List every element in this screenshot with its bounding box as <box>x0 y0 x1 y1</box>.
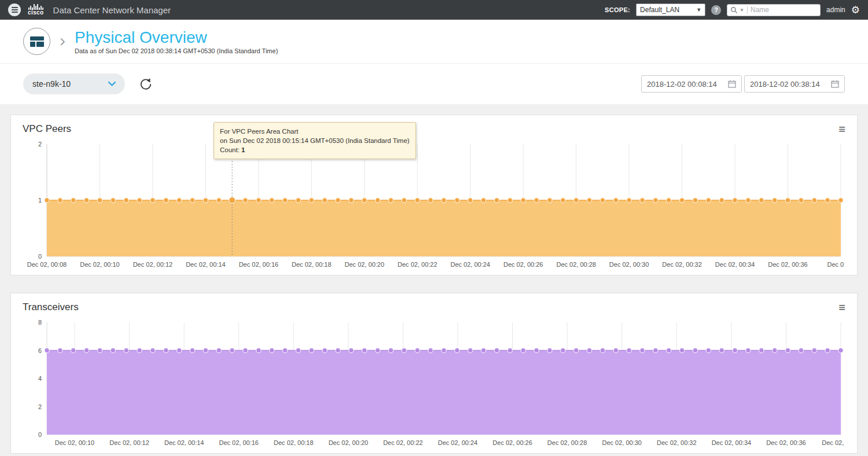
svg-text:8: 8 <box>38 319 42 326</box>
svg-text:Dec 02, 00:18: Dec 02, 00:18 <box>292 261 332 268</box>
svg-text:Dec 02, 00:14: Dec 02, 00:14 <box>186 261 226 268</box>
y-axis-labels: 012 <box>38 141 42 260</box>
main-content: VPC Peers ≡ 012Dec 02, 00:08Dec 02, 00:1… <box>0 104 868 456</box>
svg-text:Dec 02, 00:22: Dec 02, 00:22 <box>383 439 423 446</box>
app-title: Data Center Network Manager <box>53 5 171 15</box>
svg-text:2: 2 <box>38 141 42 148</box>
tooltip-line1: For VPC Peers Area Chart <box>220 127 410 136</box>
svg-text:Dec 02, 00:12: Dec 02, 00:12 <box>133 261 173 268</box>
scope-label: SCOPE: <box>605 6 630 13</box>
chevron-down-icon <box>108 82 116 86</box>
svg-text:Dec 02, 00:34: Dec 02, 00:34 <box>712 439 752 446</box>
svg-text:Dec 02, 00:10: Dec 02, 00:10 <box>80 261 120 268</box>
cisco-logo-text: cisco <box>28 10 44 16</box>
data-as-of-text: Data as of Sun Dec 02 2018 00:38:14 GMT+… <box>75 47 278 54</box>
gear-icon[interactable]: ⚙ <box>851 5 860 15</box>
svg-text:0: 0 <box>38 431 42 438</box>
tooltip-line2: on Sun Dec 02 2018 00:15:14 GMT+0530 (In… <box>220 136 410 145</box>
svg-text:Dec 02, 00:32: Dec 02, 00:32 <box>662 261 702 268</box>
svg-text:Dec 02, 00:08: Dec 02, 00:08 <box>27 261 67 268</box>
calendar-icon <box>831 80 839 88</box>
svg-text:Dec 02, 00:36: Dec 02, 00:36 <box>768 261 808 268</box>
vpc-peers-title: VPC Peers <box>23 123 71 135</box>
start-datetime-value: 2018-12-02 00:08:14 <box>647 80 717 89</box>
vpc-peers-card: VPC Peers ≡ 012Dec 02, 00:08Dec 02, 00:1… <box>10 115 858 275</box>
scope-value: Default_LAN <box>640 6 679 14</box>
svg-text:1: 1 <box>38 197 42 204</box>
device-selector-dropdown[interactable]: ste-n9k-10 <box>23 73 125 94</box>
tooltip-count-line: Count: 1 <box>220 145 410 155</box>
svg-text:Dec 02, 00:28: Dec 02, 00:28 <box>547 439 587 446</box>
x-axis-labels: Dec 02, 00:08Dec 02, 00:10Dec 02, 00:12D… <box>27 261 844 268</box>
svg-text:Dec 02, 00:26: Dec 02, 00:26 <box>492 439 532 446</box>
svg-text:Dec 02, 00:20: Dec 02, 00:20 <box>345 261 385 268</box>
chart-tooltip: For VPC Peers Area Chart on Sun Dec 02 2… <box>214 122 416 159</box>
svg-text:Dec 02, 00:24: Dec 02, 00:24 <box>438 439 478 446</box>
svg-text:Dec 02, 00:24: Dec 02, 00:24 <box>450 261 490 268</box>
svg-text:Dec 02, 00:30: Dec 02, 00:30 <box>602 439 642 446</box>
svg-text:Dec 02,...: Dec 02,... <box>827 261 844 268</box>
svg-text:Dec 02, 00:22: Dec 02, 00:22 <box>398 261 437 268</box>
page-title: Physical Overview <box>75 29 278 46</box>
svg-text:Dec 02, 00:36: Dec 02, 00:36 <box>766 439 806 446</box>
svg-text:Dec 02, 00:32: Dec 02, 00:32 <box>657 439 697 446</box>
search-filter-caret-icon[interactable]: ▼ <box>740 8 744 13</box>
svg-text:6: 6 <box>38 347 42 354</box>
cisco-logo: cisco <box>28 4 44 16</box>
svg-text:2: 2 <box>38 403 42 410</box>
dashboard-tiles-icon <box>30 36 44 47</box>
search-divider <box>747 6 748 14</box>
help-icon[interactable]: ? <box>711 5 721 15</box>
calendar-icon <box>728 80 736 88</box>
vpc-peers-chart[interactable]: 012Dec 02, 00:08Dec 02, 00:10Dec 02, 00:… <box>23 139 844 271</box>
area-series <box>47 200 841 256</box>
svg-text:Dec 02, 00:20: Dec 02, 00:20 <box>329 439 369 446</box>
svg-text:Dec 02, 00:34: Dec 02, 00:34 <box>715 261 755 268</box>
transceivers-chart[interactable]: 02468Dec 02, 00:10Dec 02, 00:12Dec 02, 0… <box>23 318 844 450</box>
svg-text:Dec 02, 00:10: Dec 02, 00:10 <box>55 439 95 446</box>
svg-text:Dec 02, 00:14: Dec 02, 00:14 <box>164 439 204 446</box>
svg-text:4: 4 <box>38 375 42 382</box>
transceivers-card: Transceivers ≡ 02468Dec 02, 00:10Dec 02,… <box>10 293 858 454</box>
svg-text:Dec 02, 00:16: Dec 02, 00:16 <box>219 439 259 446</box>
svg-text:Dec 02, 00:30: Dec 02, 00:30 <box>609 261 649 268</box>
y-axis-labels: 02468 <box>38 319 42 438</box>
svg-text:Dec 02, 00:...: Dec 02, 00:... <box>822 439 844 446</box>
search-box[interactable]: ▼ <box>727 4 821 16</box>
area-series <box>47 351 841 435</box>
user-menu[interactable]: admin <box>826 6 845 14</box>
refresh-button[interactable] <box>139 77 153 91</box>
scope-dropdown[interactable]: Default_LAN ▼ <box>636 3 705 16</box>
device-selector-value: ste-n9k-10 <box>32 79 71 89</box>
dashboard-icon[interactable] <box>23 28 50 55</box>
end-datetime-value: 2018-12-02 00:38:14 <box>750 80 820 89</box>
chart-context-menu-icon[interactable]: ≡ <box>838 301 845 313</box>
svg-text:Dec 02, 00:26: Dec 02, 00:26 <box>503 261 543 268</box>
svg-text:Dec 02, 00:12: Dec 02, 00:12 <box>109 439 149 446</box>
search-input[interactable] <box>751 6 817 14</box>
breadcrumb: › Physical Overview Data as of Sun Dec 0… <box>0 20 868 64</box>
x-axis-labels: Dec 02, 00:10Dec 02, 00:12Dec 02, 00:14D… <box>55 439 844 446</box>
chart-context-menu-icon[interactable]: ≡ <box>838 123 845 135</box>
refresh-icon <box>139 77 153 91</box>
search-icon <box>730 6 738 14</box>
top-bar: cisco Data Center Network Manager SCOPE:… <box>0 0 868 20</box>
transceivers-title: Transceivers <box>23 301 79 313</box>
start-datetime-input[interactable]: 2018-12-02 00:08:14 <box>641 75 742 93</box>
svg-text:Dec 02, 00:18: Dec 02, 00:18 <box>274 439 314 446</box>
breadcrumb-chevron-icon: › <box>60 32 65 49</box>
svg-text:Dec 02, 00:16: Dec 02, 00:16 <box>239 261 279 268</box>
chevron-down-icon: ▼ <box>696 7 701 13</box>
end-datetime-input[interactable]: 2018-12-02 00:38:14 <box>744 75 845 93</box>
data-points <box>45 348 843 352</box>
hamburger-menu-icon[interactable] <box>8 3 21 16</box>
controls-row: ste-n9k-10 2018-12-02 00:08:14 2018-12-0… <box>0 64 868 104</box>
svg-text:0: 0 <box>38 253 42 260</box>
svg-text:Dec 02, 00:28: Dec 02, 00:28 <box>556 261 596 268</box>
